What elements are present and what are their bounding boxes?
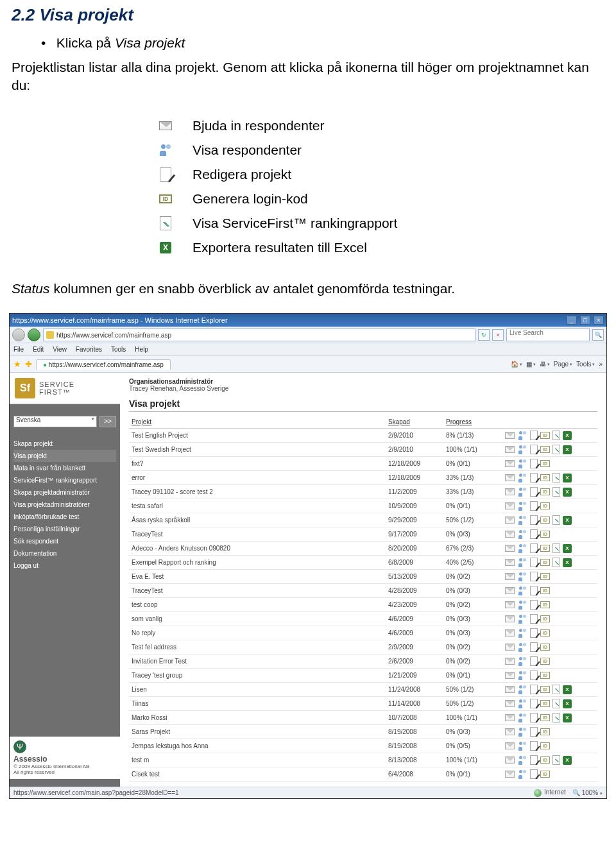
chart-icon[interactable] [552,685,560,694]
edit-icon[interactable] [530,431,538,440]
people-icon[interactable] [517,459,527,468]
cell-project[interactable]: Åsas ryska språkkoll [129,513,386,527]
cell-project[interactable]: Adecco - Anders Knutsson 090820 [129,542,386,556]
cell-project[interactable]: Lisen [129,683,386,697]
people-icon[interactable] [517,770,527,779]
people-icon[interactable] [517,530,527,539]
id-icon[interactable]: ID [540,771,550,778]
edit-icon[interactable] [530,642,538,652]
people-icon[interactable] [517,474,527,483]
maximize-button[interactable]: □ [580,316,590,325]
id-icon[interactable]: ID [540,629,550,637]
sidebar-item[interactable]: Inköpta/förbrukade test [13,511,116,523]
edit-icon[interactable] [530,685,538,694]
tools-menu[interactable]: Tools ▾ [576,361,595,368]
menu-help[interactable]: Help [135,346,148,353]
edit-icon[interactable] [530,713,538,722]
excel-icon[interactable] [563,544,572,553]
cell-project[interactable]: Test Swedish Project [129,443,386,457]
edit-icon[interactable] [530,529,538,539]
chart-icon[interactable] [552,487,560,497]
envelope-icon[interactable] [505,474,515,481]
people-icon[interactable] [517,431,527,440]
cell-project[interactable]: som vanlig [129,612,386,626]
excel-icon[interactable] [563,488,572,497]
edit-icon[interactable] [530,600,538,610]
people-icon[interactable] [517,756,527,765]
envelope-icon[interactable] [505,432,515,439]
people-icon[interactable] [517,601,527,610]
envelope-icon[interactable] [505,488,515,495]
edit-icon[interactable] [530,741,538,751]
id-icon[interactable]: ID [540,502,550,509]
envelope-icon[interactable] [505,672,515,679]
id-icon[interactable]: ID [540,686,550,693]
id-icon[interactable]: ID [540,474,550,481]
cell-project[interactable]: Saras Projekt [129,725,386,739]
id-icon[interactable]: ID [540,756,550,764]
people-icon[interactable] [517,713,527,722]
id-icon[interactable]: ID [540,587,550,594]
envelope-icon[interactable] [505,742,515,749]
stop-button[interactable]: × [492,329,504,341]
edit-icon[interactable] [530,572,538,581]
envelope-icon[interactable] [505,629,515,637]
envelope-icon[interactable] [505,587,515,594]
people-icon[interactable] [517,516,527,525]
people-icon[interactable] [517,502,527,511]
cell-project[interactable]: TraceyTest [129,527,386,542]
edit-icon[interactable] [530,727,538,737]
cell-project[interactable]: error [129,471,386,485]
print-button[interactable]: 🖶 ▾ [540,361,550,368]
people-icon[interactable] [517,445,527,454]
cell-project[interactable]: Eva E. Test [129,570,386,584]
people-icon[interactable] [517,657,527,666]
menu-edit[interactable]: Edit [33,346,44,353]
edit-icon[interactable] [530,769,538,779]
cell-project[interactable]: TraceyTest [129,584,386,598]
browser-tab[interactable]: ● https://www.servicef.com/mainframe.asp [36,359,171,370]
back-button[interactable] [12,329,25,341]
people-icon[interactable] [517,671,527,680]
edit-icon[interactable] [530,586,538,595]
envelope-icon[interactable] [505,446,515,453]
home-button[interactable]: 🏠 ▾ [511,361,522,368]
status-zoom[interactable]: 🔍 100% ▾ [572,789,603,796]
page-menu[interactable]: Page ▾ [554,361,572,368]
id-icon[interactable]: ID [540,460,550,467]
edit-icon[interactable] [530,473,538,483]
people-icon[interactable] [517,572,527,581]
forward-button[interactable] [28,329,40,341]
chart-icon[interactable] [552,543,560,553]
id-icon[interactable]: ID [540,545,550,552]
cell-project[interactable]: Jempas lekstuga hos Anna [129,739,386,753]
excel-icon[interactable] [563,685,572,694]
envelope-icon[interactable] [505,728,515,735]
col-progress[interactable]: Progress [443,416,501,429]
excel-icon[interactable] [563,713,572,722]
chart-icon[interactable] [552,515,560,525]
envelope-icon[interactable] [505,714,515,721]
cell-project[interactable]: Test English Project [129,429,386,443]
col-skapad[interactable]: Skapad [386,416,443,429]
people-icon[interactable] [517,615,527,624]
envelope-icon[interactable] [505,460,515,467]
people-icon[interactable] [517,728,527,737]
address-field[interactable]: https://www.servicef.com/mainframe.asp [43,329,475,341]
cell-project[interactable]: Marko Rossi [129,711,386,725]
envelope-icon[interactable] [505,700,515,707]
minimize-button[interactable]: _ [567,316,577,325]
envelope-icon[interactable] [505,531,515,538]
envelope-icon[interactable] [505,771,515,778]
chevron-more-icon[interactable]: » [599,361,603,368]
chart-icon[interactable] [552,558,560,567]
chart-icon[interactable] [552,699,560,708]
excel-icon[interactable] [563,445,572,454]
envelope-icon[interactable] [505,573,515,580]
sidebar-item[interactable]: Mata in svar från blankett [13,462,116,474]
people-icon[interactable] [517,629,527,638]
sidebar-item[interactable]: Sök respondent [13,535,116,547]
cell-project[interactable]: Tracey 091102 - score test 2 [129,485,386,499]
menu-favorites[interactable]: Favorites [76,346,102,353]
people-icon[interactable] [517,488,527,497]
